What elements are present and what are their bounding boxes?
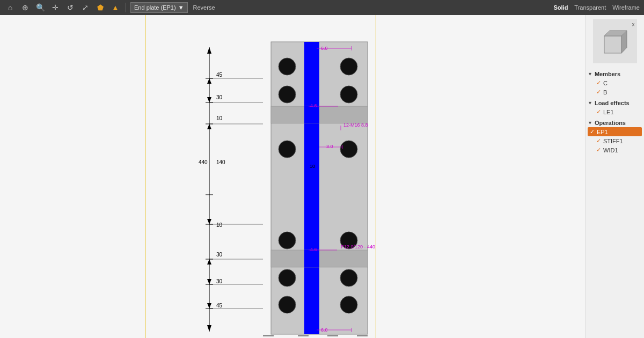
svg-text:10: 10 bbox=[216, 222, 223, 228]
toolbar-separator bbox=[126, 3, 126, 12]
svg-marker-28 bbox=[207, 97, 211, 102]
load-effects-label: Load effects bbox=[595, 100, 630, 106]
part-dropdown[interactable]: End plate (EP1) ▼ bbox=[130, 2, 188, 13]
toolbar: ⌂ ⊕ 🔍 ✛ ↺ ⤢ ⬟ ▲ End plate (EP1) ▼ Revers… bbox=[0, 0, 644, 15]
stiff1-item[interactable]: ✓ STIFF1 bbox=[588, 136, 642, 145]
operations-header[interactable]: ▼ Operations bbox=[588, 119, 642, 127]
wid1-item[interactable]: ✓ WID1 bbox=[588, 145, 642, 155]
svg-marker-29 bbox=[207, 124, 211, 129]
member-b-check: ✓ bbox=[596, 89, 601, 95]
cursor-icon[interactable]: ▲ bbox=[109, 2, 121, 13]
le1-item[interactable]: ✓ LE1 bbox=[588, 107, 642, 116]
svg-text:12-M16 8.8: 12-M16 8.8 bbox=[343, 122, 368, 128]
svg-rect-35 bbox=[304, 42, 319, 334]
svg-text:4.6: 4.6 bbox=[310, 103, 317, 108]
svg-text:10: 10 bbox=[216, 115, 223, 121]
stiff1-check: ✓ bbox=[596, 137, 601, 144]
operations-section: ▼ Operations ✓ EP1 ✓ STIFF1 ✓ WID1 bbox=[588, 119, 642, 155]
svg-text:4.6: 4.6 bbox=[310, 247, 317, 252]
svg-marker-1 bbox=[207, 47, 211, 54]
svg-point-41 bbox=[279, 86, 296, 103]
solid-view-button[interactable]: Solid bbox=[553, 4, 568, 11]
wireframe-view-button[interactable]: Wireframe bbox=[612, 4, 640, 11]
transparent-view-button[interactable]: Transparent bbox=[574, 4, 606, 11]
svg-point-43 bbox=[340, 86, 357, 103]
operations-arrow: ▼ bbox=[588, 120, 592, 126]
svg-marker-2 bbox=[207, 325, 211, 332]
svg-point-48 bbox=[279, 269, 296, 286]
ep1-label: EP1 bbox=[597, 129, 608, 135]
svg-text:45: 45 bbox=[216, 303, 223, 308]
crosshair-icon[interactable]: ✛ bbox=[49, 2, 61, 13]
svg-point-40 bbox=[279, 58, 296, 75]
svg-text:30: 30 bbox=[216, 252, 223, 258]
svg-text:30: 30 bbox=[216, 278, 223, 284]
svg-point-51 bbox=[340, 296, 357, 313]
ep1-check: ✓ bbox=[590, 128, 595, 135]
dropdown-label: End plate (EP1) bbox=[134, 4, 176, 11]
ep1-item[interactable]: ✓ EP1 bbox=[588, 127, 642, 136]
svg-rect-39 bbox=[304, 250, 319, 267]
svg-marker-27 bbox=[207, 78, 211, 84]
members-label: Members bbox=[595, 71, 620, 77]
drawing-area[interactable]: 45 30 10 440 140 10 30 30 45 bbox=[0, 15, 585, 338]
members-header[interactable]: ▼ Members bbox=[588, 70, 642, 78]
svg-point-45 bbox=[340, 141, 357, 158]
svg-text:45: 45 bbox=[216, 72, 223, 78]
cube-label: x bbox=[632, 21, 635, 27]
view-controls: Solid Transparent Wireframe bbox=[553, 4, 640, 11]
load-effects-arrow: ▼ bbox=[588, 100, 592, 106]
cube-svg bbox=[599, 25, 631, 57]
home-icon[interactable]: ⌂ bbox=[4, 2, 16, 13]
svg-point-42 bbox=[340, 58, 357, 75]
member-b-label: B bbox=[603, 89, 607, 95]
member-c-check: ✓ bbox=[596, 79, 601, 86]
stiff1-label: STIFF1 bbox=[603, 138, 623, 144]
svg-point-46 bbox=[279, 232, 296, 249]
svg-marker-32 bbox=[207, 279, 211, 284]
le1-check: ✓ bbox=[596, 108, 601, 115]
svg-marker-31 bbox=[207, 259, 211, 264]
refresh-icon[interactable]: ↺ bbox=[64, 2, 76, 13]
load-effects-header[interactable]: ▼ Load effects bbox=[588, 99, 642, 107]
svg-point-44 bbox=[279, 141, 296, 158]
svg-point-50 bbox=[340, 269, 357, 286]
svg-text:10: 10 bbox=[310, 164, 315, 169]
load-effects-section: ▼ Load effects ✓ LE1 bbox=[588, 99, 642, 116]
svg-text:140: 140 bbox=[216, 159, 225, 165]
svg-text:P12.0/120 - 440: P12.0/120 - 440 bbox=[341, 244, 375, 249]
right-panel: x ▼ Members ✓ C ✓ B ▼ Load effects bbox=[585, 15, 644, 338]
svg-marker-33 bbox=[207, 303, 211, 308]
svg-point-49 bbox=[279, 296, 296, 313]
svg-text:3.0: 3.0 bbox=[326, 144, 333, 149]
cube-preview: x bbox=[593, 19, 637, 63]
member-b-item[interactable]: ✓ B bbox=[588, 87, 642, 97]
reverse-button[interactable]: Reverse bbox=[191, 3, 217, 12]
zoom-search-icon[interactable]: ⊕ bbox=[19, 2, 31, 13]
svg-rect-73 bbox=[604, 36, 621, 53]
members-arrow: ▼ bbox=[588, 71, 592, 77]
svg-marker-30 bbox=[207, 219, 211, 224]
search-icon[interactable]: 🔍 bbox=[34, 2, 46, 13]
main-area: 45 30 10 440 140 10 30 30 45 bbox=[0, 15, 644, 338]
resize-icon[interactable]: ⤢ bbox=[79, 2, 91, 13]
wid1-label: WID1 bbox=[603, 147, 618, 153]
le1-label: LE1 bbox=[603, 109, 614, 115]
member-c-item[interactable]: ✓ C bbox=[588, 78, 642, 87]
drawing-svg: 45 30 10 440 140 10 30 30 45 bbox=[0, 15, 585, 338]
svg-text:440: 440 bbox=[199, 159, 208, 165]
dropdown-arrow: ▼ bbox=[178, 4, 184, 11]
operations-label: Operations bbox=[595, 120, 626, 126]
svg-rect-37 bbox=[304, 106, 319, 123]
members-section: ▼ Members ✓ C ✓ B bbox=[588, 70, 642, 97]
member-c-label: C bbox=[603, 80, 608, 86]
svg-text:30: 30 bbox=[216, 94, 223, 100]
shape-icon[interactable]: ⬟ bbox=[94, 2, 106, 13]
wid1-check: ✓ bbox=[596, 146, 601, 153]
